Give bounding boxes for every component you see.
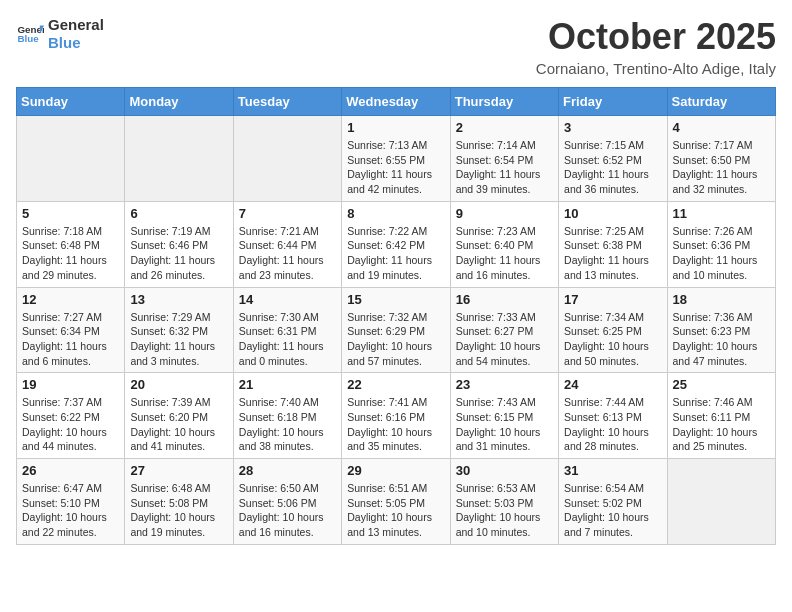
calendar-cell: 16Sunrise: 7:33 AM Sunset: 6:27 PM Dayli… (450, 287, 558, 373)
day-number: 18 (673, 292, 770, 307)
weekday-header-thursday: Thursday (450, 88, 558, 116)
day-info: Sunrise: 7:43 AM Sunset: 6:15 PM Dayligh… (456, 395, 553, 454)
day-info: Sunrise: 6:51 AM Sunset: 5:05 PM Dayligh… (347, 481, 444, 540)
weekday-header-tuesday: Tuesday (233, 88, 341, 116)
day-info: Sunrise: 6:47 AM Sunset: 5:10 PM Dayligh… (22, 481, 119, 540)
day-number: 29 (347, 463, 444, 478)
calendar-cell: 13Sunrise: 7:29 AM Sunset: 6:32 PM Dayli… (125, 287, 233, 373)
calendar-cell: 18Sunrise: 7:36 AM Sunset: 6:23 PM Dayli… (667, 287, 775, 373)
day-info: Sunrise: 7:27 AM Sunset: 6:34 PM Dayligh… (22, 310, 119, 369)
day-number: 26 (22, 463, 119, 478)
calendar-cell: 2Sunrise: 7:14 AM Sunset: 6:54 PM Daylig… (450, 116, 558, 202)
day-info: Sunrise: 7:44 AM Sunset: 6:13 PM Dayligh… (564, 395, 661, 454)
calendar-cell (233, 116, 341, 202)
weekday-header-monday: Monday (125, 88, 233, 116)
page-header: General Blue General Blue October 2025 C… (16, 16, 776, 77)
day-info: Sunrise: 7:26 AM Sunset: 6:36 PM Dayligh… (673, 224, 770, 283)
day-info: Sunrise: 7:23 AM Sunset: 6:40 PM Dayligh… (456, 224, 553, 283)
day-info: Sunrise: 7:15 AM Sunset: 6:52 PM Dayligh… (564, 138, 661, 197)
day-number: 12 (22, 292, 119, 307)
calendar-cell: 14Sunrise: 7:30 AM Sunset: 6:31 PM Dayli… (233, 287, 341, 373)
day-number: 23 (456, 377, 553, 392)
calendar-week-row: 26Sunrise: 6:47 AM Sunset: 5:10 PM Dayli… (17, 459, 776, 545)
day-info: Sunrise: 7:25 AM Sunset: 6:38 PM Dayligh… (564, 224, 661, 283)
day-number: 20 (130, 377, 227, 392)
day-number: 6 (130, 206, 227, 221)
day-number: 27 (130, 463, 227, 478)
weekday-header-sunday: Sunday (17, 88, 125, 116)
weekday-header-friday: Friday (559, 88, 667, 116)
day-number: 5 (22, 206, 119, 221)
calendar-cell: 17Sunrise: 7:34 AM Sunset: 6:25 PM Dayli… (559, 287, 667, 373)
day-info: Sunrise: 7:21 AM Sunset: 6:44 PM Dayligh… (239, 224, 336, 283)
day-info: Sunrise: 6:50 AM Sunset: 5:06 PM Dayligh… (239, 481, 336, 540)
calendar-cell: 28Sunrise: 6:50 AM Sunset: 5:06 PM Dayli… (233, 459, 341, 545)
logo-line1: General (48, 16, 104, 34)
title-block: October 2025 Cornaiano, Trentino-Alto Ad… (536, 16, 776, 77)
calendar-cell: 30Sunrise: 6:53 AM Sunset: 5:03 PM Dayli… (450, 459, 558, 545)
day-info: Sunrise: 7:32 AM Sunset: 6:29 PM Dayligh… (347, 310, 444, 369)
day-info: Sunrise: 7:46 AM Sunset: 6:11 PM Dayligh… (673, 395, 770, 454)
day-info: Sunrise: 7:36 AM Sunset: 6:23 PM Dayligh… (673, 310, 770, 369)
day-number: 22 (347, 377, 444, 392)
day-info: Sunrise: 7:13 AM Sunset: 6:55 PM Dayligh… (347, 138, 444, 197)
calendar-cell (17, 116, 125, 202)
month-title: October 2025 (536, 16, 776, 58)
day-info: Sunrise: 7:17 AM Sunset: 6:50 PM Dayligh… (673, 138, 770, 197)
calendar-cell: 11Sunrise: 7:26 AM Sunset: 6:36 PM Dayli… (667, 201, 775, 287)
day-info: Sunrise: 7:41 AM Sunset: 6:16 PM Dayligh… (347, 395, 444, 454)
day-number: 25 (673, 377, 770, 392)
calendar-cell: 1Sunrise: 7:13 AM Sunset: 6:55 PM Daylig… (342, 116, 450, 202)
calendar-cell: 25Sunrise: 7:46 AM Sunset: 6:11 PM Dayli… (667, 373, 775, 459)
calendar-cell: 6Sunrise: 7:19 AM Sunset: 6:46 PM Daylig… (125, 201, 233, 287)
day-info: Sunrise: 7:40 AM Sunset: 6:18 PM Dayligh… (239, 395, 336, 454)
day-info: Sunrise: 7:22 AM Sunset: 6:42 PM Dayligh… (347, 224, 444, 283)
calendar-cell: 15Sunrise: 7:32 AM Sunset: 6:29 PM Dayli… (342, 287, 450, 373)
day-number: 19 (22, 377, 119, 392)
weekday-header-wednesday: Wednesday (342, 88, 450, 116)
calendar-cell: 19Sunrise: 7:37 AM Sunset: 6:22 PM Dayli… (17, 373, 125, 459)
day-info: Sunrise: 7:14 AM Sunset: 6:54 PM Dayligh… (456, 138, 553, 197)
day-info: Sunrise: 7:19 AM Sunset: 6:46 PM Dayligh… (130, 224, 227, 283)
day-number: 9 (456, 206, 553, 221)
calendar-week-row: 5Sunrise: 7:18 AM Sunset: 6:48 PM Daylig… (17, 201, 776, 287)
day-number: 3 (564, 120, 661, 135)
svg-text:Blue: Blue (17, 33, 39, 44)
calendar-cell: 29Sunrise: 6:51 AM Sunset: 5:05 PM Dayli… (342, 459, 450, 545)
calendar-cell: 24Sunrise: 7:44 AM Sunset: 6:13 PM Dayli… (559, 373, 667, 459)
calendar-cell: 20Sunrise: 7:39 AM Sunset: 6:20 PM Dayli… (125, 373, 233, 459)
day-info: Sunrise: 7:37 AM Sunset: 6:22 PM Dayligh… (22, 395, 119, 454)
day-info: Sunrise: 6:53 AM Sunset: 5:03 PM Dayligh… (456, 481, 553, 540)
day-info: Sunrise: 7:33 AM Sunset: 6:27 PM Dayligh… (456, 310, 553, 369)
day-number: 17 (564, 292, 661, 307)
day-number: 14 (239, 292, 336, 307)
calendar-week-row: 1Sunrise: 7:13 AM Sunset: 6:55 PM Daylig… (17, 116, 776, 202)
day-number: 15 (347, 292, 444, 307)
calendar-cell: 21Sunrise: 7:40 AM Sunset: 6:18 PM Dayli… (233, 373, 341, 459)
day-number: 4 (673, 120, 770, 135)
day-info: Sunrise: 7:29 AM Sunset: 6:32 PM Dayligh… (130, 310, 227, 369)
day-info: Sunrise: 7:30 AM Sunset: 6:31 PM Dayligh… (239, 310, 336, 369)
day-info: Sunrise: 7:18 AM Sunset: 6:48 PM Dayligh… (22, 224, 119, 283)
calendar-cell: 10Sunrise: 7:25 AM Sunset: 6:38 PM Dayli… (559, 201, 667, 287)
calendar-cell: 9Sunrise: 7:23 AM Sunset: 6:40 PM Daylig… (450, 201, 558, 287)
calendar-cell: 31Sunrise: 6:54 AM Sunset: 5:02 PM Dayli… (559, 459, 667, 545)
weekday-header-row: SundayMondayTuesdayWednesdayThursdayFrid… (17, 88, 776, 116)
day-info: Sunrise: 7:34 AM Sunset: 6:25 PM Dayligh… (564, 310, 661, 369)
calendar-cell (125, 116, 233, 202)
calendar-cell: 26Sunrise: 6:47 AM Sunset: 5:10 PM Dayli… (17, 459, 125, 545)
calendar-cell: 7Sunrise: 7:21 AM Sunset: 6:44 PM Daylig… (233, 201, 341, 287)
day-number: 1 (347, 120, 444, 135)
calendar-cell (667, 459, 775, 545)
day-number: 10 (564, 206, 661, 221)
day-info: Sunrise: 6:54 AM Sunset: 5:02 PM Dayligh… (564, 481, 661, 540)
day-number: 16 (456, 292, 553, 307)
calendar-cell: 8Sunrise: 7:22 AM Sunset: 6:42 PM Daylig… (342, 201, 450, 287)
calendar-cell: 3Sunrise: 7:15 AM Sunset: 6:52 PM Daylig… (559, 116, 667, 202)
calendar-cell: 12Sunrise: 7:27 AM Sunset: 6:34 PM Dayli… (17, 287, 125, 373)
day-number: 13 (130, 292, 227, 307)
weekday-header-saturday: Saturday (667, 88, 775, 116)
logo-line2: Blue (48, 34, 104, 52)
day-info: Sunrise: 6:48 AM Sunset: 5:08 PM Dayligh… (130, 481, 227, 540)
calendar-cell: 4Sunrise: 7:17 AM Sunset: 6:50 PM Daylig… (667, 116, 775, 202)
